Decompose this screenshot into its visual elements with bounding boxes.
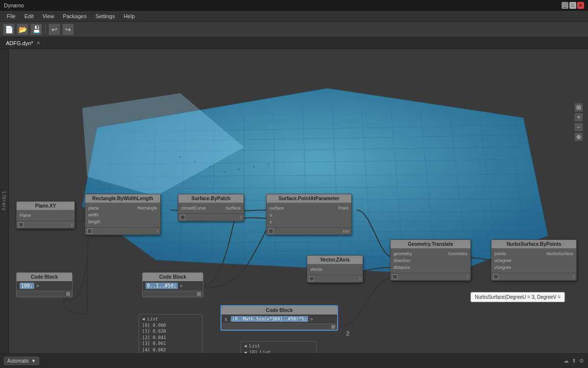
node-plane-xy-footer: I [17, 221, 74, 228]
tab-close-icon[interactable]: ✕ [36, 40, 40, 46]
menu-packages[interactable]: Packages [59, 12, 90, 20]
svg-point-35 [253, 166, 255, 168]
node-surface-point-header: Surface.PointAtParameter [267, 194, 351, 203]
nurbs-checkbox[interactable] [493, 274, 498, 279]
app-title: Dynamo [4, 2, 24, 8]
svg-line-23 [362, 107, 371, 259]
svg-line-20 [273, 111, 276, 258]
svg-line-3 [98, 147, 522, 152]
code-block-3-label-in: x [224, 316, 227, 322]
node-surface-bypatch-header: Surface.ByPatch [178, 194, 244, 203]
node-vector-body: Vector [307, 264, 363, 275]
list-output-1-4: [4] 0.082 [142, 347, 199, 353]
menubar: File Edit View Packages Settings Help [0, 11, 588, 22]
node-nurbs-footer: I [491, 273, 576, 280]
node-rectangle-footer: I [85, 227, 160, 235]
node-vector-header: Vector.ZAxis [307, 256, 363, 264]
node-plane-xy-header: Plane.XY [17, 202, 74, 210]
menu-edit[interactable]: Edit [21, 12, 38, 20]
svg-line-11 [117, 240, 538, 243]
svg-point-36 [268, 164, 270, 165]
list-output-2: ◀ List ◀ [0] List [0] 0.000 [1] 0.000 [2… [241, 341, 317, 353]
svg-line-28 [509, 121, 528, 255]
svg-line-25 [420, 112, 435, 259]
node-code-block-2[interactable]: Code Block 0..1..#50; > [142, 272, 203, 297]
svg-line-17 [180, 120, 185, 259]
open-button[interactable]: 📂 [17, 24, 28, 35]
save-button[interactable]: 💾 [30, 24, 42, 35]
vector-checkbox[interactable] [309, 276, 314, 281]
settings-icon[interactable]: ⚙ [579, 358, 584, 364]
plane-xy-preview-checkbox[interactable] [19, 222, 24, 227]
code-block-3-dot [331, 325, 335, 329]
node-geometry-translate[interactable]: Geometry.Translate geometry Geometry dir… [390, 239, 471, 281]
surface-point-checkbox[interactable] [269, 229, 273, 234]
zoom-in-button[interactable]: + [574, 113, 583, 122]
titlebar-controls[interactable]: _ □ ✕ [562, 2, 584, 9]
minimize-button[interactable]: _ [562, 2, 568, 9]
code-block-3-body[interactable]: x (0..Math.Sin(x*360)..#50)*5; > [221, 315, 337, 323]
svg-line-2 [99, 135, 521, 142]
svg-line-12 [131, 249, 540, 253]
rectangle-out-port: Rectangle [137, 206, 157, 210]
node-vector-zaxis[interactable]: Vector.ZAxis Vector I [307, 255, 363, 283]
surface-bypatch-checkbox[interactable] [180, 215, 185, 220]
list-output-1-title: ◀ List [142, 316, 199, 322]
menu-view[interactable]: View [39, 12, 58, 20]
titlebar: Dynamo _ □ ✕ [0, 0, 588, 11]
maximize-button[interactable]: □ [569, 2, 576, 9]
surface-point-dots: xxx [343, 229, 350, 234]
cloud-icon[interactable]: ☁ [564, 358, 569, 364]
nurbs-out-port: NurbsSurface [546, 251, 573, 256]
list-output-1-1: [1] 0.020 [142, 328, 199, 335]
node-code-block-3[interactable]: Code Block x (0..Math.Sin(x*360)..#50)*5… [220, 305, 338, 331]
node-surface-point[interactable]: Surface.PointAtParameter surface Point u… [266, 194, 352, 235]
surface-point-v-port: v [270, 219, 272, 224]
svg-marker-0 [82, 88, 548, 275]
geometry-translate-dir-port: direction [393, 258, 410, 263]
svg-line-26 [450, 115, 467, 259]
svg-point-31 [195, 161, 196, 163]
tab-adfg[interactable]: ADFG.dyn* ✕ [0, 39, 47, 48]
svg-line-24 [391, 109, 403, 259]
undo-button[interactable]: ↩ [49, 24, 60, 35]
zoom-expand-button[interactable]: ⊕ [574, 132, 583, 141]
svg-line-22 [332, 105, 340, 259]
code-block-3-arrow: > [310, 316, 313, 322]
node-surface-point-footer: xxx [267, 227, 351, 235]
geometry-translate-dist-port: distance [393, 265, 410, 270]
zoom-fit-button[interactable]: ⊞ [574, 103, 583, 112]
close-button[interactable]: ✕ [577, 2, 584, 9]
execution-mode-dropdown[interactable]: Automatic ▼ [4, 357, 39, 365]
geometry-translate-checkbox[interactable] [392, 274, 397, 279]
node-rectangle[interactable]: Rectangle.ByWidthLength plane Rectangle … [85, 194, 161, 235]
svg-line-1 [102, 125, 518, 132]
svg-line-4 [97, 159, 523, 164]
redo-button[interactable]: ↪ [62, 24, 74, 35]
menu-file[interactable]: File [3, 12, 20, 20]
node-code-block-1[interactable]: Code Block 100; > [16, 272, 73, 297]
svg-line-6 [97, 186, 526, 189]
menu-settings[interactable]: Settings [92, 12, 119, 20]
statusbar: Automatic ▼ ☁ ⬆ ⚙ [0, 353, 588, 368]
node-surface-bypatch[interactable]: Surface.ByPatch closedCurve Surface I [178, 194, 244, 221]
list-output-1-2: [2] 0.041 [142, 335, 199, 341]
list-output-1-0: [0] 0.000 [142, 322, 199, 329]
export-icon[interactable]: ⬆ [572, 358, 576, 364]
code-block-2-body[interactable]: 0..1..#50; > [143, 281, 203, 290]
zoom-out-button[interactable]: − [574, 123, 583, 131]
rectangle-preview-checkbox[interactable] [87, 229, 92, 234]
vector-out-port: Vector [310, 267, 323, 272]
canvas-area[interactable]: Plane.XY Plane I Rectangle.ByWidthLength… [9, 49, 588, 353]
dropdown-arrow-icon: ▼ [31, 358, 36, 364]
node-nurbs-body: points NurbsSurface uDegree vDegree [491, 248, 576, 273]
new-button[interactable]: 📄 [3, 24, 15, 35]
menu-help[interactable]: Help [120, 12, 139, 20]
library-sidebar[interactable]: Library [0, 49, 9, 353]
node-plane-xy[interactable]: Plane.XY Plane I [16, 201, 75, 229]
geometry-translate-geom-port: geometry [393, 251, 412, 256]
geometry-translate-out-port: Geometry [448, 251, 467, 256]
code-block-1-body[interactable]: 100; > [17, 281, 72, 290]
node-nurbs-surface[interactable]: NurbsSurface.ByPoints points NurbsSurfac… [491, 239, 577, 281]
nurbs-udegree-port: uDegree [494, 258, 512, 263]
